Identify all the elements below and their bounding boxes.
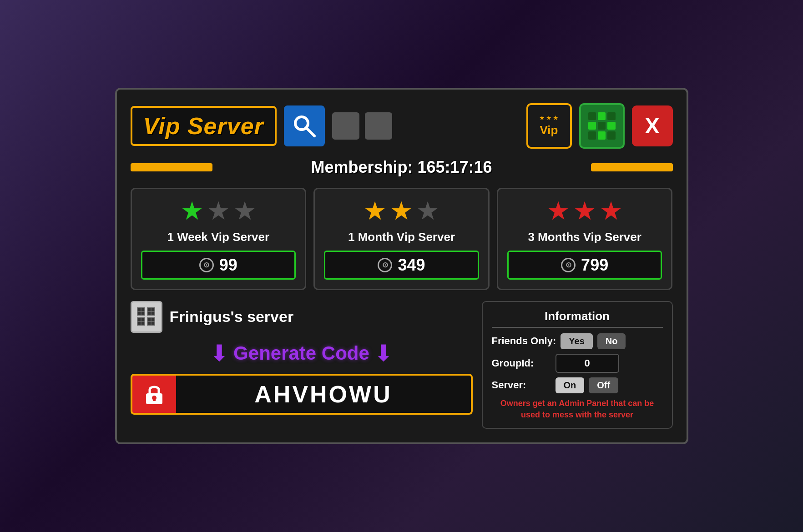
grid-cell [598,112,606,120]
grid-cell [598,131,606,139]
price-card-3months: ★ ★ ★ 3 Months Vip Server ⊙ 799 [497,188,673,290]
spacer-area [332,112,519,140]
grid-icon [588,112,616,140]
month-star-2: ★ [390,198,413,224]
generate-label: Generate Code [233,342,369,364]
gray-button-1[interactable] [332,112,359,140]
vip-label: Vip [540,123,558,137]
friends-only-label: Friends Only: [492,335,556,347]
vip-star-3: ★ [553,114,559,121]
week-stars: ★ ★ ★ [181,198,256,224]
3month-star-2: ★ [573,198,596,224]
server-section: Frinigus's server ⬇ Generate Code ⬇ [131,301,473,429]
week-price-box[interactable]: ⊙ 99 [141,251,296,280]
week-price: 99 [219,256,237,275]
server-name-row: Frinigus's server [131,301,473,333]
membership-bar-right [591,163,673,171]
lock-icon [141,381,167,407]
info-title: Information [492,309,663,328]
server-name: Frinigus's server [170,308,294,326]
robux-icon-week: ⊙ [199,258,214,272]
week-label: 1 Week Vip Server [167,230,270,244]
server-toggle-label: Server: [492,379,551,391]
month-star-3: ★ [416,198,439,224]
robux-icon-month: ⊙ [378,258,392,272]
vip-tab-button[interactable]: ★ ★ ★ Vip [526,103,572,149]
membership-bar-left [131,163,212,171]
price-card-month: ★ ★ ★ 1 Month Vip Server ⊙ 349 [313,188,490,290]
gray-button-2[interactable] [365,112,392,140]
month-stars: ★ ★ ★ [364,198,439,224]
server-grid-icon [135,306,158,328]
grid-cell [598,122,606,130]
svg-rect-16 [153,398,156,401]
grid-cell [607,131,615,139]
robux-icon-3month: ⊙ [561,258,576,272]
vip-server-modal: Vip Server ★ ★ ★ Vip [115,88,688,444]
3month-star-1: ★ [547,198,570,224]
group-id-input[interactable] [556,354,619,373]
month-price: 349 [398,256,425,275]
grid-cell [607,112,615,120]
grid-cell [607,122,615,130]
pricing-row: ★ ★ ★ 1 Week Vip Server ⊙ 99 ★ ★ ★ 1 Mon… [131,188,673,290]
server-on-button[interactable]: On [556,377,585,393]
membership-text: Membership: 165:17:16 [219,158,585,177]
vip-star-1: ★ [539,114,545,121]
code-value-box: AHVHOWU [176,374,473,415]
grid-tab-button[interactable] [579,103,625,149]
vip-stars: ★ ★ ★ [539,114,559,121]
info-note: Owners get an Admin Panel that can be us… [492,398,663,421]
3month-price-box[interactable]: ⊙ 799 [507,251,662,280]
server-icon [131,301,162,333]
close-icon: X [645,113,659,138]
close-button[interactable]: X [632,105,673,146]
title-box: Vip Server [131,106,277,146]
week-star-1: ★ [181,198,203,224]
3month-price: 799 [581,256,608,275]
server-code: AHVHOWU [254,381,392,408]
vip-star-2: ★ [546,114,552,121]
3month-label: 3 Months Vip Server [528,230,641,244]
grid-cell [588,122,596,130]
membership-bar: Membership: 165:17:16 [131,158,673,177]
group-id-row: GroupId: [492,354,663,373]
generate-code-button[interactable]: ⬇ Generate Code ⬇ [131,338,473,368]
month-price-box[interactable]: ⊙ 349 [324,251,479,280]
server-toggle-row: Server: On Off [492,377,663,393]
price-card-week: ★ ★ ★ 1 Week Vip Server ⊙ 99 [131,188,307,290]
modal-title: Vip Server [143,113,264,139]
svg-line-1 [306,128,314,136]
code-lock-icon [131,374,176,415]
group-id-label: GroupId: [492,357,551,369]
code-display: AHVHOWU [131,374,473,415]
header-row: Vip Server ★ ★ ★ Vip [131,103,673,149]
friends-only-row: Friends Only: Yes No [492,333,663,349]
grid-cell [588,131,596,139]
bottom-row: Frinigus's server ⬇ Generate Code ⬇ [131,301,673,429]
friends-no-button[interactable]: No [597,333,626,349]
server-off-button[interactable]: Off [589,377,618,393]
information-section: Information Friends Only: Yes No GroupId… [482,301,673,429]
arrow-left-icon: ⬇ [210,340,229,366]
month-star-1: ★ [364,198,386,224]
week-star-3: ★ [233,198,256,224]
week-star-2: ★ [207,198,230,224]
3month-stars: ★ ★ ★ [547,198,622,224]
grid-cell [588,112,596,120]
month-label: 1 Month Vip Server [348,230,455,244]
arrow-right-icon: ⬇ [374,340,393,366]
search-button[interactable] [284,105,325,146]
3month-star-3: ★ [600,198,622,224]
friends-yes-button[interactable]: Yes [561,333,592,349]
search-icon [291,112,318,140]
